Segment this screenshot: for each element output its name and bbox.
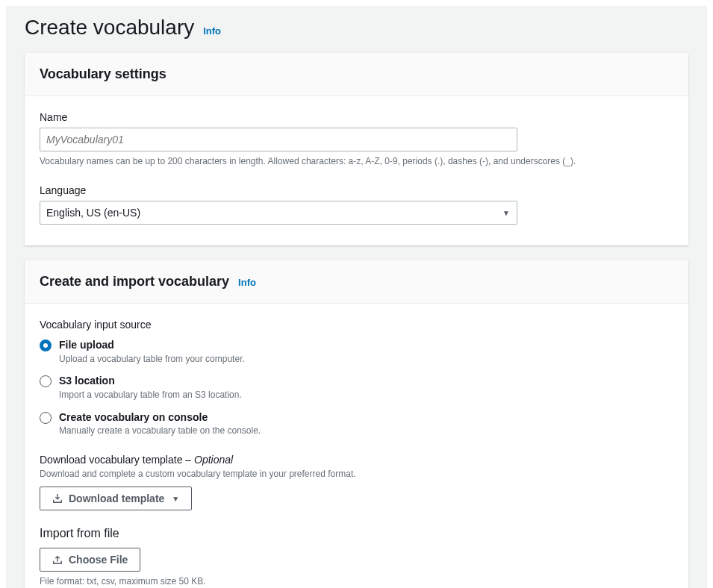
language-label: Language (40, 184, 673, 196)
radio-s3-location[interactable]: S3 location Import a vocabulary table fr… (40, 374, 673, 401)
file-format-hint: File format: txt, csv, maximum size 50 K… (40, 575, 673, 588)
download-template-section: Download vocabulary template – Optional … (40, 454, 673, 510)
panel-title: Vocabulary settings (40, 66, 166, 82)
input-source-label: Vocabulary input source (40, 319, 673, 331)
panel-title: Create and import vocabulary (40, 274, 229, 290)
import-file-section: Import from file Choose File File format… (40, 527, 673, 588)
panel-header: Vocabulary settings (25, 53, 688, 96)
radio-console[interactable]: Create vocabulary on console Manually cr… (40, 410, 673, 437)
radio-title: S3 location (59, 374, 242, 389)
create-import-panel: Create and import vocabulary Info Vocabu… (25, 260, 688, 588)
input-source-section: Vocabulary input source File upload Uplo… (40, 319, 673, 437)
download-template-button[interactable]: Download template ▼ (40, 487, 192, 510)
name-label: Name (40, 111, 673, 123)
info-link[interactable]: Info (238, 277, 256, 288)
page-header: Create vocabulary Info (7, 7, 706, 53)
download-icon (52, 493, 63, 504)
radio-title: Create vocabulary on console (59, 410, 261, 425)
radio-desc: Manually create a vocabulary table on th… (59, 425, 261, 437)
radio-desc: Import a vocabulary table from an S3 loc… (59, 389, 242, 401)
download-template-hint: Download and complete a custom vocabular… (40, 467, 673, 481)
upload-icon (52, 554, 63, 565)
download-template-label: Download vocabulary template – Optional (40, 454, 673, 466)
radio-file-upload[interactable]: File upload Upload a vocabulary table fr… (40, 338, 673, 365)
download-template-label-text: Download template (69, 492, 164, 504)
import-from-file-label: Import from file (40, 527, 673, 540)
chevron-down-icon: ▼ (172, 495, 179, 503)
choose-file-button[interactable]: Choose File (40, 548, 140, 572)
vocabulary-settings-panel: Vocabulary settings Name Vocabulary name… (25, 53, 688, 245)
page-title: Create vocabulary (25, 16, 194, 40)
name-field: Name Vocabulary names can be up to 200 c… (40, 111, 673, 168)
radio-indicator (40, 340, 52, 351)
language-select[interactable]: English, US (en-US) (40, 201, 517, 225)
language-value: English, US (en-US) (46, 207, 140, 219)
radio-indicator (40, 375, 52, 387)
radio-desc: Upload a vocabulary table from your comp… (59, 353, 245, 366)
name-input[interactable] (40, 128, 517, 151)
radio-indicator (40, 412, 52, 424)
name-hint: Vocabulary names can be up to 200 charac… (40, 154, 673, 168)
panel-header: Create and import vocabulary Info (25, 260, 688, 304)
radio-title: File upload (59, 338, 245, 353)
choose-file-label-text: Choose File (69, 554, 128, 566)
language-field: Language English, US (en-US) ▼ (40, 184, 673, 225)
info-link[interactable]: Info (203, 25, 221, 37)
input-source-radio-group: File upload Upload a vocabulary table fr… (40, 338, 673, 437)
